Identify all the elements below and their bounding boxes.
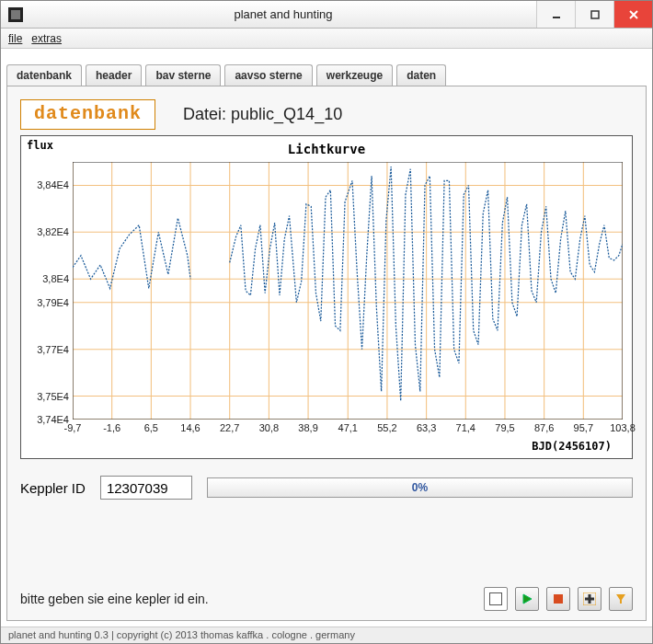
- close-button[interactable]: [613, 1, 652, 28]
- window-title: planet and hunting: [30, 7, 536, 21]
- xtick: 95,7: [574, 422, 593, 433]
- db-header: datenbank Datei: public_Q14_10: [20, 99, 633, 130]
- stop-icon: [552, 592, 565, 605]
- filter-button[interactable]: [609, 587, 633, 611]
- svg-marker-30: [523, 594, 532, 604]
- xtick: 71,4: [456, 422, 475, 433]
- bottom-row: bitte geben sie eine kepler id ein.: [20, 587, 633, 611]
- tab-aavso-sterne[interactable]: aavso sterne: [224, 64, 312, 86]
- tab-datenbank[interactable]: datenbank: [6, 64, 82, 86]
- plus-icon: [583, 592, 596, 605]
- keppler-id-label: Keppler ID: [20, 480, 86, 496]
- chart-xlabel: BJD(2456107): [532, 440, 612, 453]
- maximize-icon: [590, 10, 600, 19]
- svg-marker-35: [616, 594, 625, 604]
- add-button[interactable]: [578, 587, 601, 611]
- xtick: 87,6: [534, 422, 554, 433]
- xtick: -9,7: [64, 422, 82, 433]
- status-text: bitte geben sie eine kepler id ein.: [20, 592, 476, 606]
- minimize-icon: [552, 10, 561, 19]
- xtick: 63,3: [417, 422, 436, 433]
- xtick: 103,8: [610, 422, 636, 433]
- xtick: 47,1: [338, 422, 358, 433]
- db-badge: datenbank: [20, 99, 155, 130]
- app-icon: [8, 7, 23, 22]
- menubar: file extras: [1, 29, 652, 49]
- chart-ylabel: flux: [27, 139, 53, 152]
- toggle-checkbox[interactable]: [484, 587, 508, 611]
- tab-content-datenbank: datenbank Datei: public_Q14_10 flux Lich…: [6, 86, 647, 621]
- svg-rect-1: [591, 11, 599, 18]
- keppler-row: Keppler ID 0%: [20, 476, 633, 500]
- ytick: 3,8E4: [42, 273, 69, 284]
- xtick: 55,2: [377, 422, 396, 433]
- titlebar: planet and hunting: [1, 1, 652, 29]
- xtick: 14,6: [180, 422, 200, 433]
- footer-text: planet and hunting 0.3 | copyright (c) 2…: [8, 629, 355, 640]
- file-label: Datei: public_Q14_10: [183, 105, 342, 124]
- window: planet and hunting file extras datenbank…: [0, 0, 653, 644]
- menu-extras[interactable]: extras: [31, 32, 62, 45]
- ytick: 3,77E4: [37, 344, 69, 355]
- run-button[interactable]: [515, 587, 539, 611]
- ytick: 3,84E4: [37, 179, 69, 190]
- tab-bav-sterne[interactable]: bav sterne: [145, 64, 221, 86]
- xtick: 22,7: [220, 422, 239, 433]
- progress-bar: 0%: [207, 477, 633, 498]
- ytick: 3,79E4: [37, 297, 69, 308]
- checkbox-icon: [489, 592, 502, 605]
- tab-header[interactable]: header: [86, 64, 142, 86]
- tab-werkzeuge[interactable]: werkzeuge: [316, 64, 393, 86]
- play-icon: [521, 592, 533, 605]
- maximize-button[interactable]: [575, 1, 613, 28]
- keppler-id-input[interactable]: [100, 476, 192, 500]
- funnel-icon: [614, 592, 627, 605]
- tab-daten[interactable]: daten: [396, 64, 446, 86]
- xtick: -1,6: [103, 422, 120, 433]
- window-controls: [536, 1, 652, 28]
- minimize-button[interactable]: [536, 1, 575, 28]
- footer: planet and hunting 0.3 | copyright (c) 2…: [1, 627, 652, 643]
- plot-area: 3,74E43,75E43,77E43,79E43,8E43,82E43,84E…: [73, 162, 623, 420]
- ytick: 3,75E4: [37, 391, 69, 402]
- ytick: 3,82E4: [37, 226, 69, 237]
- chart-title: Lichtkurve: [288, 142, 365, 156]
- menu-file[interactable]: file: [8, 32, 22, 45]
- svg-rect-31: [554, 594, 563, 604]
- file-name: public_Q14_10: [231, 105, 342, 123]
- lightcurve-chart: flux Lichtkurve BJD(2456107) 3,74E43,75E…: [20, 135, 633, 459]
- file-prefix: Datei:: [183, 105, 231, 123]
- progress-text: 0%: [412, 481, 428, 494]
- tab-strip: datenbankheaderbav sterneaavso sternewer…: [1, 60, 652, 86]
- xtick: 79,5: [495, 422, 514, 433]
- close-icon: [629, 10, 638, 19]
- xtick: 6,5: [144, 422, 158, 433]
- xtick: 38,9: [298, 422, 317, 433]
- stop-button[interactable]: [546, 587, 570, 611]
- xtick: 30,8: [259, 422, 279, 433]
